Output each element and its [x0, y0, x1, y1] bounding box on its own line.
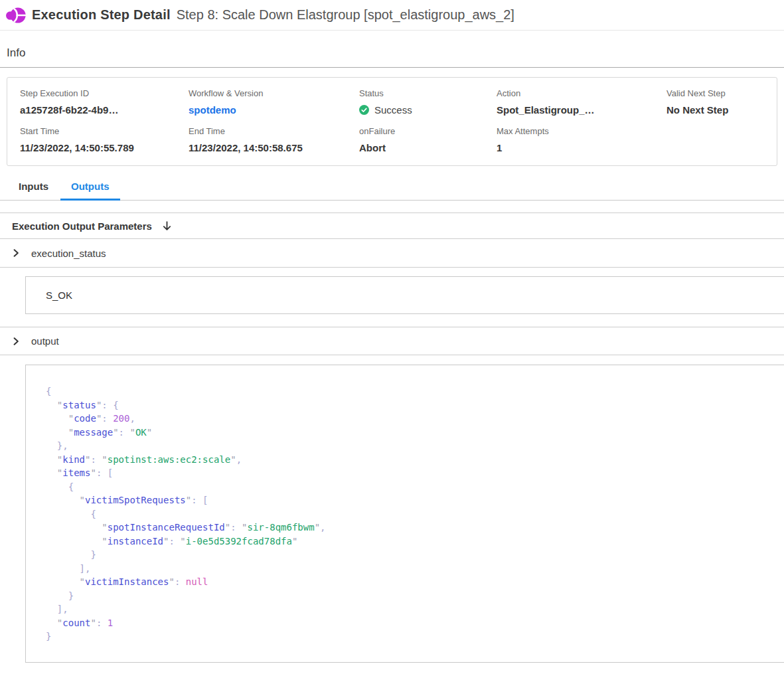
field-value: Abort [359, 142, 497, 153]
field-step-execution-id: Step Execution ID a125728f-6b22-4b9… [20, 88, 189, 116]
field-label: onFailure [359, 126, 497, 136]
param-name: execution_status [31, 248, 106, 259]
chevron-right-icon [12, 337, 20, 345]
success-icon [359, 105, 369, 115]
field-max-attempts: Max Attempts 1 [497, 126, 666, 153]
status-text: Success [374, 104, 412, 116]
field-valid-next-step: Valid Next Step No Next Step [666, 88, 777, 116]
field-workflow-version: Workflow & Version spotdemo [189, 88, 359, 116]
field-end-time: End Time 11/23/2022, 14:50:58.675 [189, 126, 359, 153]
field-value: 11/23/2022, 14:50:58.675 [189, 142, 359, 153]
page-subtitle: Step 8: Scale Down Elastgroup [spot_elas… [177, 7, 514, 23]
field-label: Valid Next Step [666, 88, 777, 98]
field-label: Action [497, 88, 666, 98]
tab-inputs[interactable]: Inputs [8, 174, 59, 201]
execution-output-parameters-header: Execution Output Parameters [0, 212, 784, 239]
tab-outputs[interactable]: Outputs [60, 174, 120, 201]
field-status: Status Success [359, 88, 497, 116]
field-label: Workflow & Version [189, 88, 359, 98]
field-label: Start Time [20, 126, 189, 136]
chevron-right-icon [12, 249, 20, 257]
status-badge: Success [359, 104, 497, 116]
field-start-time: Start Time 11/23/2022, 14:50:55.789 [20, 126, 189, 153]
json-viewer: { "status": { "code": 200, "message": "O… [25, 365, 784, 663]
field-onfailure: onFailure Abort [359, 126, 497, 153]
tabbar: Inputs Outputs [0, 174, 784, 201]
param-name: output [31, 335, 59, 347]
field-label: Max Attempts [497, 126, 666, 136]
field-value: 1 [497, 142, 666, 153]
field-value: Spot_Elastigroup_… [497, 104, 666, 116]
field-label: Step Execution ID [20, 88, 189, 98]
brand-logo-icon [6, 5, 26, 25]
download-icon[interactable] [161, 220, 173, 232]
field-value: a125728f-6b22-4b9… [20, 104, 189, 116]
field-label: Status [359, 88, 497, 98]
field-value: 11/23/2022, 14:50:55.789 [20, 142, 189, 153]
app-header: Execution Step Detail Step 8: Scale Down… [0, 0, 784, 31]
info-card: Step Execution ID a125728f-6b22-4b9… Wor… [7, 77, 777, 166]
field-action: Action Spot_Elastigroup_… [497, 88, 666, 116]
param-row-output[interactable]: output [0, 327, 784, 355]
param-row-execution-status[interactable]: execution_status [0, 239, 784, 268]
page-title: Execution Step Detail [32, 7, 171, 23]
field-label: End Time [189, 126, 359, 136]
execution-status-value: S_OK [25, 276, 784, 314]
execution-output-parameters-title: Execution Output Parameters [12, 220, 152, 232]
info-section-label: Info [0, 31, 784, 68]
workflow-link[interactable]: spotdemo [189, 104, 236, 116]
field-value: No Next Step [666, 104, 777, 116]
